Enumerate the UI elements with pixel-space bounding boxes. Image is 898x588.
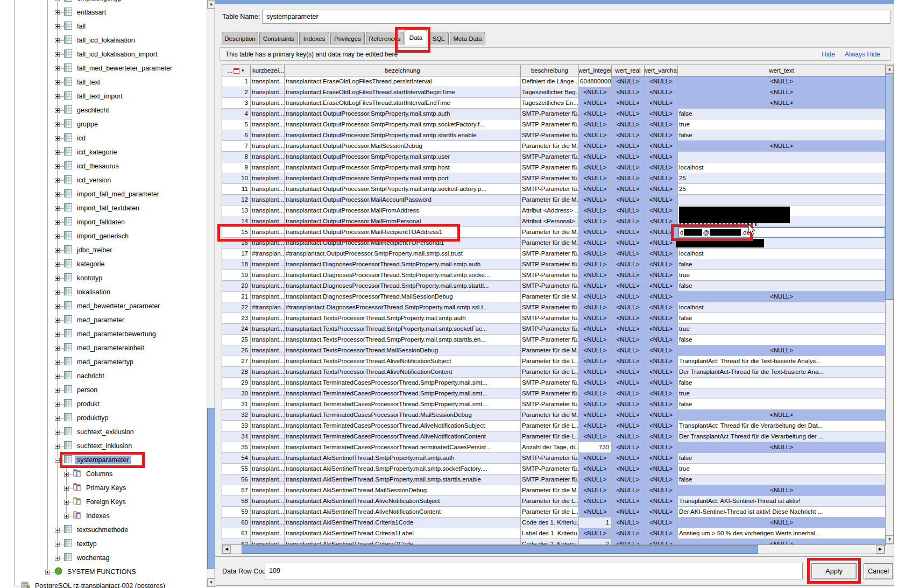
cell-wert-integer[interactable]: <NULL>: [579, 98, 612, 109]
cell-bezeichnung[interactable]: transplantact.TerminatedCasesProcessorTh…: [285, 431, 521, 442]
tree-item-label[interactable]: entlassart: [75, 8, 108, 17]
cell-wert-real[interactable]: <NULL>: [612, 464, 645, 474]
cell-wert-text[interactable]: 25: [678, 173, 886, 184]
cell-wert-real[interactable]: <NULL>: [612, 442, 645, 453]
grid-row-54[interactable]: 54transplant...transplantact.AkiSentinel…: [222, 453, 886, 464]
cell-wert-integer[interactable]: <NULL>: [579, 152, 612, 162]
cell-wert-text[interactable]: TransplantAct: Thread für die Text-basie…: [678, 356, 886, 367]
cell-kurzbezeichnung[interactable]: transplant...: [251, 76, 285, 87]
tree-item-label[interactable]: med_parameterbewertung: [75, 330, 158, 338]
cell-bezeichnung[interactable]: transplantact.OutputProcessor.SmtpProper…: [285, 184, 521, 195]
grid-row-23[interactable]: 23transplant...transplantact.TextsProces…: [222, 313, 886, 324]
cell-row-number[interactable]: 4: [222, 109, 251, 119]
grid-row-26[interactable]: 26transplant...transplantact.TextsProces…: [222, 345, 886, 356]
grid-scroll-left-button[interactable]: ◀: [222, 545, 231, 554]
tree-item-label[interactable]: Indexes: [84, 512, 112, 520]
grid-row-59[interactable]: 59transplant...transplantact.AkiSentinel…: [222, 507, 886, 518]
cell-bezeichnung[interactable]: transplantact.AkiSentinelThread.SmtpProp…: [285, 474, 521, 485]
cell-beschreibung[interactable]: SMTP-Parameter fü...: [521, 388, 579, 399]
cell-wert-real[interactable]: <NULL>: [612, 184, 645, 195]
expand-toggle-icon[interactable]: [55, 192, 60, 197]
cell-wert-integer[interactable]: <NULL>: [579, 238, 612, 249]
cell-beschreibung[interactable]: Tageszeitliches En...: [521, 98, 579, 109]
cell-wert-varchar[interactable]: <NULL>: [645, 507, 678, 518]
cell-bezeichnung[interactable]: transplantact.TerminatedCasesProcessorTh…: [285, 399, 521, 410]
cell-bezeichnung[interactable]: transplantact.AkiSentinelThread.Criteria…: [285, 518, 521, 528]
tree-item-med-parametereinheit[interactable]: med_parametereinheit: [0, 341, 146, 355]
cell-wert-integer[interactable]: <NULL>: [579, 378, 612, 388]
cell-wert-text[interactable]: 25: [678, 184, 886, 195]
cell-wert-integer[interactable]: <NULL>: [579, 302, 612, 313]
cell-wert-real[interactable]: <NULL>: [612, 388, 645, 399]
cell-kurzbezeichnung[interactable]: transplant...: [251, 162, 285, 173]
tab-constraints[interactable]: Constraints: [259, 32, 298, 45]
cell-wert-integer[interactable]: <NULL>: [579, 184, 612, 195]
cell-bezeichnung[interactable]: transplantact.AkiSentinelThread.Criteria…: [285, 528, 521, 539]
expand-toggle-icon[interactable]: [55, 80, 60, 85]
cell-beschreibung[interactable]: Parameter für die L...: [521, 496, 579, 507]
grid-row-29[interactable]: 29transplant...transplantact.TerminatedC…: [222, 378, 886, 388]
grid-row-24[interactable]: 24transplant...transplantact.TextsProces…: [222, 324, 886, 335]
cell-kurzbezeichnung[interactable]: transplant...: [251, 195, 285, 206]
tree-item-texttyp[interactable]: texttyp: [0, 537, 99, 551]
expand-toggle-icon[interactable]: [55, 234, 60, 239]
grid-row-32[interactable]: 32transplant...transplantact.TerminatedC…: [222, 410, 886, 421]
cell-wert-integer[interactable]: <NULL>: [579, 130, 612, 141]
cell-bezeichnung[interactable]: transplantact.AkiSentinelThread.SmtpProp…: [285, 464, 521, 474]
cell-beschreibung[interactable]: SMTP-Parameter fü...: [521, 109, 579, 119]
cell-wert-text[interactable]: false: [678, 130, 886, 141]
cell-wert-text[interactable]: <NULL>: [678, 87, 886, 98]
cell-bezeichnung[interactable]: transplantact.TextsProcessorThread.MailS…: [285, 345, 521, 356]
grid-vertical-scrollbar[interactable]: ▲ ▼: [885, 65, 894, 544]
cell-wert-text[interactable]: Anstieg um > 50 % des vorherigen Werts i…: [678, 528, 886, 539]
cell-wert-text[interactable]: true: [678, 270, 886, 281]
cell-kurzbezeichnung[interactable]: transplant...: [251, 141, 285, 152]
cell-beschreibung[interactable]: SMTP-Parameter fü...: [521, 302, 579, 313]
cell-wert-real[interactable]: <NULL>: [612, 431, 645, 442]
cell-bezeichnung[interactable]: transplantact.OutputProcessor.SmtpProper…: [285, 152, 521, 162]
cell-kurzbezeichnung[interactable]: transplant...: [251, 367, 285, 378]
cell-kurzbezeichnung[interactable]: transplant...: [251, 119, 285, 130]
tree-item-label[interactable]: fall_icd_lokalisation_import: [75, 50, 159, 59]
cell-wert-real[interactable]: <NULL>: [612, 130, 645, 141]
tree-item-jdbc-treiber[interactable]: jdbc_treiber: [0, 243, 114, 257]
cell-kurzbezeichnung[interactable]: transplant...: [251, 335, 285, 345]
expand-toggle-icon[interactable]: [55, 360, 60, 365]
cell-kurzbezeichnung[interactable]: transplant...: [251, 474, 285, 485]
cell-wert-integer[interactable]: <NULL>: [579, 496, 612, 507]
grid-row-30[interactable]: 30transplant...transplantact.TerminatedC…: [222, 388, 886, 399]
cell-wert-varchar[interactable]: <NULL>: [645, 206, 678, 216]
tree-item-label[interactable]: med_parametereinheit: [75, 344, 146, 352]
cell-wert-real[interactable]: <NULL>: [612, 345, 645, 356]
cell-wert-real[interactable]: <NULL>: [612, 141, 645, 152]
cell-wert-integer[interactable]: <NULL>: [579, 227, 612, 238]
cell-beschreibung[interactable]: Parameter für die L...: [521, 356, 579, 367]
tree-item-label[interactable]: suchtext_exklusion: [75, 428, 136, 436]
cell-wert-text[interactable]: false: [678, 378, 886, 388]
tree-scroll-down-button[interactable]: ▼: [207, 578, 215, 587]
grid-row-1[interactable]: 1transplant...transplantact.EraseOldLogF…: [222, 76, 886, 87]
tree-scrollbar[interactable]: ▲ ▼: [207, 0, 215, 588]
tree-item-suchtext-inklusion[interactable]: suchtext_inklusion: [0, 439, 134, 453]
cell-bezeichnung[interactable]: transplantact.EraseOldLogFilesThread.sta…: [285, 98, 521, 109]
column-header-beschreibung[interactable]: beschreibung: [521, 65, 579, 76]
tab-sql[interactable]: SQL: [428, 32, 449, 45]
cell-wert-real[interactable]: <NULL>: [612, 335, 645, 345]
cell-row-number[interactable]: 26: [222, 345, 251, 356]
cell-bezeichnung[interactable]: transplantact.DiagnosesProcessorThread.M…: [285, 292, 521, 302]
cell-wert-varchar[interactable]: <NULL>: [645, 259, 678, 270]
cell-wert-integer[interactable]: <NULL>: [579, 453, 612, 464]
cell-bezeichnung[interactable]: transplantact.TextsProcessorThread.SmtpP…: [285, 324, 521, 335]
cell-bezeichnung[interactable]: transplantact.DiagnosesProcessorThread.S…: [285, 281, 521, 292]
cell-kurzbezeichnung[interactable]: transplant...: [251, 485, 285, 496]
tree-item-label[interactable]: gruppe: [75, 120, 100, 129]
table-name-field[interactable]: systemparameter: [262, 10, 890, 24]
cell-wert-real[interactable]: <NULL>: [612, 528, 645, 539]
cell-beschreibung[interactable]: SMTP-Parameter fü...: [521, 399, 579, 410]
cell-wert-varchar[interactable]: <NULL>: [645, 195, 678, 206]
cell-wert-integer[interactable]: <NULL>: [579, 431, 612, 442]
cell-beschreibung[interactable]: Attribut <Address> ...: [521, 206, 579, 216]
cell-row-number[interactable]: 54: [222, 453, 251, 464]
grid-row-25[interactable]: 25transplant...transplantact.TextsProces…: [222, 335, 886, 345]
expand-toggle-icon[interactable]: [55, 542, 60, 547]
